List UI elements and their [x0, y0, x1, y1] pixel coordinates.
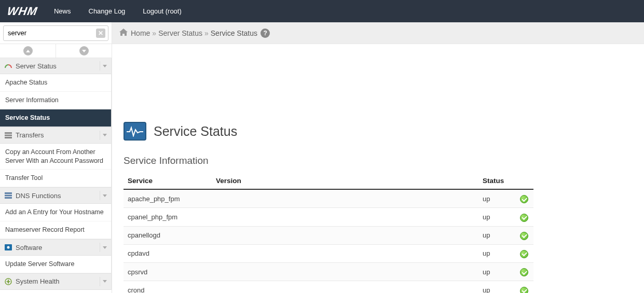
- service-version: [212, 208, 478, 226]
- table-row: cpanellogdup: [124, 226, 533, 244]
- sidebar: Server StatusApache StatusServer Informa…: [0, 44, 112, 293]
- sidebar-item[interactable]: Server Information: [0, 92, 111, 109]
- sidebar-scroll[interactable]: Server StatusApache StatusServer Informa…: [0, 58, 112, 293]
- check-icon: [520, 268, 528, 276]
- service-table: Service Version Status apache_php_fpmupc…: [124, 173, 533, 293]
- svg-point-7: [7, 246, 10, 249]
- check-icon: [520, 214, 528, 222]
- transfers-icon: [4, 131, 12, 139]
- check-icon: [520, 195, 528, 203]
- category-software[interactable]: Software: [0, 239, 111, 256]
- chevron-down-icon: [100, 277, 109, 286]
- svg-rect-2: [5, 137, 12, 138]
- search-breadcrumb-row: ✕ Home » Server Status » Service Status …: [0, 22, 644, 44]
- category-status[interactable]: Server Status: [0, 58, 111, 74]
- breadcrumb-sep: »: [204, 29, 209, 37]
- search-input[interactable]: [3, 25, 108, 41]
- sidebar-collapse-row: [0, 44, 112, 58]
- category-transfers[interactable]: Transfers: [0, 127, 111, 144]
- status-icon-cell: [515, 208, 533, 226]
- table-row: crondup: [124, 281, 533, 293]
- category-label: Software: [16, 244, 42, 252]
- breadcrumb-current: Service Status: [211, 29, 257, 37]
- search-clear-icon[interactable]: ✕: [96, 29, 105, 38]
- chevron-up-icon: [23, 46, 33, 55]
- content-area: Service Status Service Information Servi…: [112, 44, 644, 293]
- status-icon-cell: [515, 281, 533, 293]
- sidebar-item[interactable]: Nameserver Record Report: [0, 221, 111, 239]
- status-icon-cell: [515, 189, 533, 208]
- home-icon[interactable]: [119, 29, 128, 38]
- software-icon: [4, 243, 12, 252]
- col-status[interactable]: Status: [478, 173, 515, 189]
- status-icon-cell: [515, 263, 533, 281]
- status-icon-cell: [515, 226, 533, 244]
- table-row: cpdavdup: [124, 244, 533, 262]
- category-health[interactable]: System Health: [0, 273, 111, 290]
- category-label: Transfers: [16, 131, 44, 139]
- search-cell: ✕: [0, 22, 112, 44]
- service-name: cpdavd: [124, 244, 212, 262]
- svg-rect-3: [5, 192, 12, 194]
- breadcrumb-sep: »: [152, 29, 156, 37]
- sidebar-item[interactable]: Service Status: [0, 109, 111, 127]
- breadcrumb-server-status[interactable]: Server Status: [158, 29, 202, 37]
- chevron-down-icon: [100, 243, 109, 252]
- table-row: apache_php_fpmup: [124, 189, 533, 208]
- nav-changelog[interactable]: Change Log: [89, 7, 126, 15]
- section-title: Service Information: [124, 155, 633, 166]
- check-icon: [520, 287, 528, 294]
- service-version: [212, 226, 478, 244]
- col-version[interactable]: Version: [212, 173, 478, 189]
- svg-rect-5: [5, 197, 12, 199]
- expand-all-button[interactable]: [56, 44, 112, 58]
- service-status: up: [478, 281, 515, 293]
- service-version: [212, 244, 478, 262]
- table-row: cpsrvdup: [124, 263, 533, 281]
- page-title: Service Status: [154, 124, 237, 139]
- table-header-row: Service Version Status: [124, 173, 533, 189]
- health-icon: [4, 277, 12, 286]
- svg-rect-1: [5, 134, 12, 136]
- sidebar-item[interactable]: Copy an Account From Another Server With…: [0, 144, 111, 170]
- top-bar: WHM News Change Log Logout (root): [0, 0, 644, 22]
- category-label: System Health: [16, 277, 60, 285]
- chevron-down-icon: [100, 191, 109, 200]
- sidebar-item[interactable]: Update Server Software: [0, 256, 111, 273]
- breadcrumb-home[interactable]: Home: [131, 29, 150, 37]
- page-title-row: Service Status: [124, 122, 633, 141]
- status-icon-cell: [515, 244, 533, 262]
- chevron-down-icon: [100, 61, 109, 71]
- service-status: up: [478, 263, 515, 281]
- chevron-down-icon: [79, 46, 89, 55]
- category-label: Server Status: [16, 62, 57, 70]
- dns-icon: [4, 191, 12, 200]
- nav-news[interactable]: News: [54, 7, 71, 15]
- logo[interactable]: WHM: [6, 5, 39, 18]
- service-status-icon: [124, 122, 146, 141]
- check-icon: [520, 232, 528, 240]
- collapse-all-button[interactable]: [0, 44, 56, 58]
- table-row: cpanel_php_fpmup: [124, 208, 533, 226]
- service-status: up: [478, 226, 515, 244]
- sidebar-item[interactable]: Add an A Entry for Your Hostname: [0, 204, 111, 221]
- service-name: cpsrvd: [124, 263, 212, 281]
- breadcrumb: Home » Server Status » Service Status ?: [112, 22, 644, 44]
- check-icon: [520, 250, 528, 258]
- sidebar-item[interactable]: Apache Status: [0, 74, 111, 92]
- service-name: cpanel_php_fpm: [124, 208, 212, 226]
- svg-rect-4: [5, 195, 12, 197]
- service-name: cpanellogd: [124, 226, 212, 244]
- service-version: [212, 281, 478, 293]
- service-status: up: [478, 244, 515, 262]
- category-dns[interactable]: DNS Functions: [0, 187, 111, 204]
- service-status: up: [478, 208, 515, 226]
- service-version: [212, 189, 478, 208]
- svg-rect-0: [5, 132, 12, 134]
- sidebar-item[interactable]: Transfer Tool: [0, 170, 111, 187]
- service-status: up: [478, 189, 515, 208]
- nav-logout[interactable]: Logout (root): [143, 7, 181, 15]
- help-icon[interactable]: ?: [261, 29, 270, 38]
- service-version: [212, 263, 478, 281]
- col-service[interactable]: Service: [124, 173, 212, 189]
